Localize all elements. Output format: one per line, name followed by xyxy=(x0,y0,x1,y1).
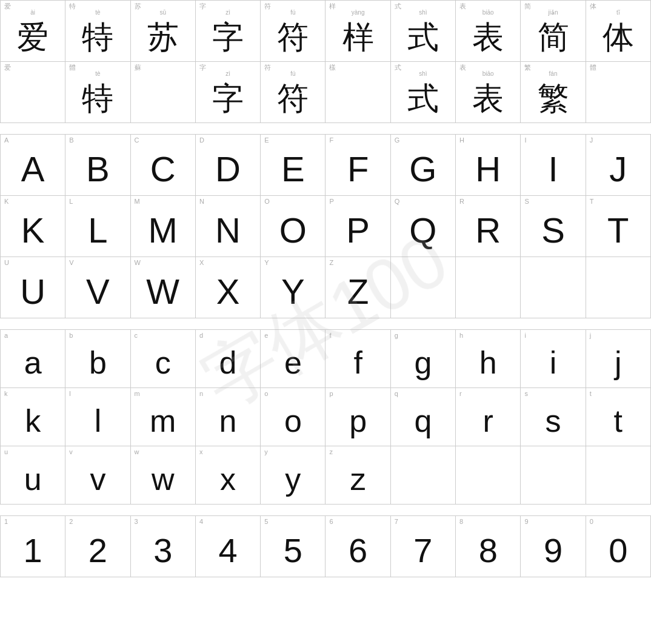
alpha-cell: CC xyxy=(131,135,196,195)
alpha-cell: DD xyxy=(196,135,261,195)
cell-header-label: t xyxy=(590,391,592,397)
alpha-cell: ee xyxy=(261,330,326,387)
alpha-char: U xyxy=(20,261,45,314)
alpha-char: s xyxy=(546,393,561,441)
uppercase-row-1: AABBCCDDEEFFGGHHIIJJ xyxy=(1,135,651,196)
pinyin-label: biāo xyxy=(482,70,494,77)
alpha-char: e xyxy=(284,335,302,383)
alpha-char: Z xyxy=(347,261,369,314)
alpha-char: z xyxy=(350,451,366,500)
alpha-cell xyxy=(521,257,586,318)
pinyin-label: zì xyxy=(225,9,230,16)
alpha-char: J xyxy=(609,138,627,192)
alpha-char: 7 xyxy=(413,520,432,572)
alpha-cell xyxy=(586,446,651,504)
alpha-cell: uu xyxy=(1,446,65,504)
cell-header-label: P xyxy=(329,198,333,205)
alpha-cell: yy xyxy=(261,446,326,504)
alpha-cell: hh xyxy=(456,330,521,387)
alpha-cell: oo xyxy=(261,388,326,446)
alpha-cell: ww xyxy=(131,446,196,504)
alpha-cell: kk xyxy=(1,388,65,446)
chinese-cell: 爱 xyxy=(1,62,65,122)
alpha-char: 6 xyxy=(349,520,367,572)
cell-header-label: 2 xyxy=(69,518,73,525)
alpha-char: t xyxy=(614,393,623,441)
cell-header-label: 爱 xyxy=(4,3,11,10)
cell-header-label: 6 xyxy=(329,518,333,525)
alpha-char: g xyxy=(414,335,432,383)
cell-header-label: 符 xyxy=(264,3,271,10)
cell-header-label: c xyxy=(135,332,138,339)
alpha-cell: 77 xyxy=(391,516,456,577)
cell-header-label: v xyxy=(69,449,73,455)
cell-header-label: 1 xyxy=(4,518,8,525)
alpha-cell: EE xyxy=(261,135,326,195)
cell-header-label: S xyxy=(524,198,529,205)
numbers-section: 11223344556677889900 xyxy=(0,515,651,577)
alpha-cell: RR xyxy=(456,196,521,257)
cell-header-label: T xyxy=(590,198,594,205)
chinese-cell: 特tè特 xyxy=(65,1,130,61)
alpha-char: p xyxy=(349,393,367,441)
cell-header-label: u xyxy=(4,449,8,455)
alpha-cell: aa xyxy=(1,330,65,387)
alpha-cell: dd xyxy=(196,330,261,387)
alpha-char: q xyxy=(414,393,432,441)
cell-header-label: U xyxy=(4,260,9,266)
cell-header-label: l xyxy=(69,391,70,397)
cell-header-label: 表 xyxy=(459,3,466,10)
cell-header-label: b xyxy=(69,332,73,339)
chinese-traditional-row: 爱體tè特蘇字zì字符fú符樣式shì式表biāo表繁fán繁體 xyxy=(1,62,651,123)
alpha-char: o xyxy=(284,393,302,441)
alpha-cell: rr xyxy=(456,388,521,446)
alpha-cell: ii xyxy=(521,330,586,387)
chinese-cell: 字zì字 xyxy=(196,1,261,61)
cell-header-label: 0 xyxy=(590,518,593,525)
cell-header-label: 符 xyxy=(264,64,271,71)
alpha-char: 2 xyxy=(88,520,107,572)
pinyin-label: shì xyxy=(419,9,427,16)
alpha-cell: FF xyxy=(326,135,390,195)
cell-header-label: i xyxy=(524,332,526,339)
alpha-cell: VV xyxy=(65,257,130,318)
alpha-char: 3 xyxy=(153,520,172,572)
alpha-cell: ZZ xyxy=(326,257,390,318)
alpha-char: S xyxy=(541,200,565,253)
alpha-char: x xyxy=(220,451,236,500)
alpha-cell: zz xyxy=(326,446,390,504)
alpha-char: R xyxy=(475,200,501,253)
alpha-cell: 55 xyxy=(261,516,326,577)
alpha-cell: OO xyxy=(261,196,326,257)
cell-header-label: 式 xyxy=(395,64,401,71)
chinese-cell: 繁fán繁 xyxy=(521,62,586,122)
alpha-cell xyxy=(391,446,456,504)
alpha-char: E xyxy=(281,138,305,192)
alpha-char: H xyxy=(475,138,501,192)
chinese-cell: 符fú符 xyxy=(261,62,326,122)
pinyin-label: fú xyxy=(290,9,295,16)
cell-header-label: a xyxy=(4,332,8,339)
alpha-cell: 44 xyxy=(196,516,261,577)
alpha-cell: pp xyxy=(326,388,390,446)
alpha-cell: vv xyxy=(65,446,130,504)
alpha-cell: XX xyxy=(196,257,261,318)
alpha-char: r xyxy=(483,393,493,441)
alpha-char: W xyxy=(146,261,179,314)
alpha-char: f xyxy=(353,335,362,383)
pinyin-label: yàng xyxy=(352,9,365,16)
alpha-cell: qq xyxy=(391,388,456,446)
alpha-char: u xyxy=(24,451,42,500)
alpha-char: F xyxy=(347,138,369,192)
alpha-char: Q xyxy=(409,200,436,253)
pinyin-label: tè xyxy=(95,70,100,77)
cell-header-label: N xyxy=(199,198,204,205)
cell-header-label: Y xyxy=(264,260,269,266)
alpha-cell: GG xyxy=(391,135,456,195)
alpha-char: A xyxy=(21,138,45,192)
cell-header-label: j xyxy=(590,332,591,339)
alpha-char: D xyxy=(215,138,241,192)
cell-header-label: e xyxy=(264,332,268,339)
alpha-cell: II xyxy=(521,135,586,195)
pinyin-label: tǐ xyxy=(616,9,620,16)
